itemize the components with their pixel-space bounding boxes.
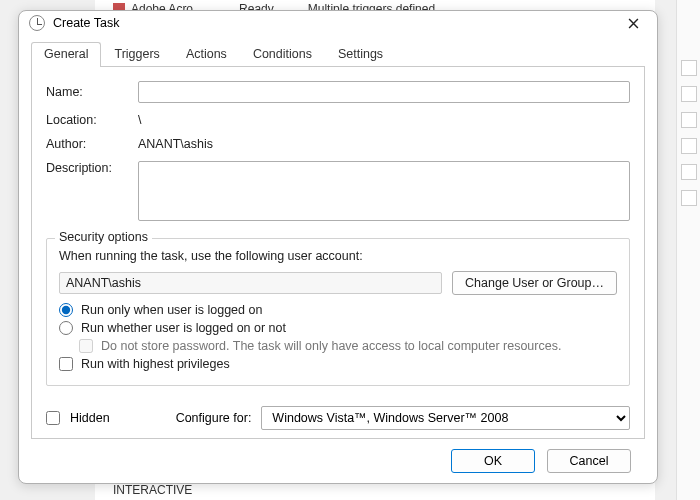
- radio-logged-on-label: Run only when user is logged on: [81, 303, 262, 317]
- author-label: Author:: [46, 137, 128, 151]
- name-input[interactable]: [138, 81, 630, 103]
- location-value: \: [138, 113, 630, 127]
- bg-tool-icon: [681, 86, 697, 102]
- bg-tool-icon: [681, 164, 697, 180]
- bottom-row: Hidden Configure for: Windows Vista™, Wi…: [46, 406, 630, 430]
- tab-conditions[interactable]: Conditions: [240, 42, 325, 67]
- dont-store-checkbox: [79, 339, 93, 353]
- row-name: Name:: [46, 81, 630, 103]
- bg-tool-icon: [681, 138, 697, 154]
- radio-whether-logged[interactable]: [59, 321, 73, 335]
- bg-bottom-label: INTERACTIVE: [113, 483, 192, 497]
- description-input[interactable]: [138, 161, 630, 221]
- security-legend: Security options: [55, 230, 152, 244]
- close-button[interactable]: [619, 12, 647, 34]
- name-label: Name:: [46, 85, 128, 99]
- cancel-button[interactable]: Cancel: [547, 449, 631, 473]
- dont-store-row: Do not store password. The task will onl…: [79, 339, 617, 353]
- row-author: Author: ANANT\ashis: [46, 137, 630, 151]
- radio-whether-row: Run whether user is logged on or not: [59, 321, 617, 335]
- radio-logged-on-row: Run only when user is logged on: [59, 303, 617, 317]
- configure-for-label: Configure for:: [176, 411, 252, 425]
- tab-actions[interactable]: Actions: [173, 42, 240, 67]
- hidden-label: Hidden: [70, 411, 110, 425]
- account-row: ANANT\ashis Change User or Group…: [59, 271, 617, 295]
- tab-panel-general: Name: Location: \ Author: ANANT\ashis De…: [31, 67, 645, 439]
- clock-icon: [29, 15, 45, 31]
- tab-general[interactable]: General: [31, 42, 101, 67]
- configure-for-select[interactable]: Windows Vista™, Windows Server™ 2008: [261, 406, 630, 430]
- tab-strip: General Triggers Actions Conditions Sett…: [31, 41, 645, 67]
- highest-row: Run with highest privileges: [59, 357, 617, 371]
- row-location: Location: \: [46, 113, 630, 127]
- radio-logged-on[interactable]: [59, 303, 73, 317]
- security-options-group: Security options When running the task, …: [46, 238, 630, 386]
- bg-tool-icon: [681, 112, 697, 128]
- close-icon: [628, 18, 639, 29]
- location-label: Location:: [46, 113, 128, 127]
- change-user-button[interactable]: Change User or Group…: [452, 271, 617, 295]
- bg-tool-icon: [681, 60, 697, 76]
- radio-whether-label: Run whether user is logged on or not: [81, 321, 286, 335]
- hidden-checkbox[interactable]: [46, 411, 60, 425]
- dont-store-label: Do not store password. The task will onl…: [101, 339, 561, 353]
- tab-triggers[interactable]: Triggers: [101, 42, 172, 67]
- create-task-dialog: Create Task General Triggers Actions Con…: [18, 10, 658, 484]
- row-description: Description:: [46, 161, 630, 224]
- ok-button[interactable]: OK: [451, 449, 535, 473]
- titlebar: Create Task: [19, 11, 657, 35]
- account-display: ANANT\ashis: [59, 272, 442, 294]
- when-running-label: When running the task, use the following…: [59, 249, 617, 263]
- tab-settings[interactable]: Settings: [325, 42, 396, 67]
- author-value: ANANT\ashis: [138, 137, 630, 151]
- highest-label: Run with highest privileges: [81, 357, 230, 371]
- description-label: Description:: [46, 161, 128, 175]
- highest-privileges-checkbox[interactable]: [59, 357, 73, 371]
- dialog-buttons: OK Cancel: [31, 439, 645, 473]
- bg-tool-icon: [681, 190, 697, 206]
- dialog-body: General Triggers Actions Conditions Sett…: [19, 35, 657, 483]
- dialog-title: Create Task: [53, 16, 619, 30]
- bg-right-toolstrip: [676, 0, 700, 500]
